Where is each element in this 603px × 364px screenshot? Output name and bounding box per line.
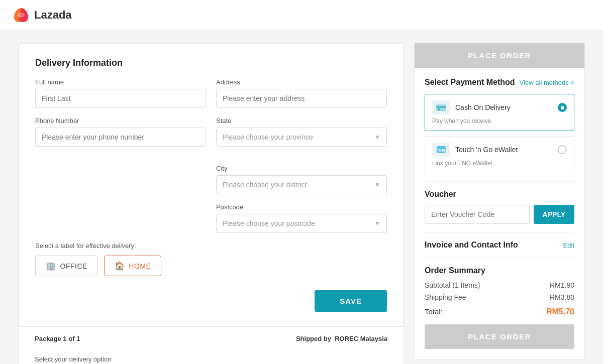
cod-sub: Pay when you receive [432,117,567,125]
delivery-form-title: Delivery Information [35,58,387,68]
state-select[interactable]: Please choose your province ▼ [216,128,387,147]
phone-label: Phone Number [35,117,206,125]
view-all-methods-link[interactable]: View all methods > [520,79,574,86]
home-icon: 🏠 [115,261,125,271]
tng-radio[interactable] [558,145,567,154]
tng-icon: TNG [432,143,450,157]
payment-option-tng[interactable]: TNG Touch 'n Go eWallet Link your TNG eW… [425,136,574,173]
svg-point-3 [438,108,440,110]
cod-svg-icon [436,103,447,112]
shipped-by: Shipped by ROREC Malaysia [296,335,387,342]
package-info: Package 1 of 1 [35,335,80,342]
cod-option-left: Cash On Delivery [432,100,511,114]
voucher-title: Voucher [425,190,574,199]
home-label-text: HOME [129,262,151,270]
state-placeholder: Please choose your province [223,133,313,141]
delivery-form: Delivery Information Full name Address [19,43,404,326]
phone-input[interactable] [35,128,206,147]
form-row-1: Full name Address [35,78,387,108]
tng-option-header: TNG Touch 'n Go eWallet [432,143,567,157]
postcode-form-group: Postcode Please choose your postcode ▼ [216,203,387,233]
shipping-value: RM3.80 [550,293,574,301]
bottom-bar: Package 1 of 1 Shipped by ROREC Malaysia [19,326,404,350]
delivery-section: Delivery Information Full name Address [18,43,404,364]
postcode-select[interactable]: Please choose your postcode ▼ [216,214,387,233]
postcode-chevron-icon: ▼ [374,220,380,227]
postcode-placeholder: Please choose your postcode [223,219,315,227]
apply-voucher-button[interactable]: APPLY [534,205,574,224]
tng-option-left: TNG Touch 'n Go eWallet [432,143,518,157]
cod-option-header: Cash On Delivery [432,100,567,114]
place-order-bottom-button[interactable]: PLACE ORDER [425,324,574,349]
full-name-input[interactable] [35,89,206,108]
order-summary-section: Order Summary Subtotal (1 Items) RM1.90 … [425,266,574,316]
payment-title: Select Payment Method [425,78,515,87]
save-button[interactable]: SAVE [315,290,387,312]
city-select[interactable]: Please choose your district ▼ [216,175,387,194]
phone-group: Phone Number [35,117,206,147]
svg-rect-2 [436,106,446,108]
payment-option-cod[interactable]: Cash On Delivery Pay when you receive [425,94,574,131]
city-label: City [216,165,387,172]
delivery-label-section: Select a label for effective delivery: 🏢… [35,242,387,276]
office-label-text: OFFICE [60,262,87,270]
address-label: Address [216,78,387,86]
city-placeholder: Please choose your district [223,181,307,189]
address-input[interactable] [216,89,387,108]
delivery-label-title: Select a label for effective delivery: [35,242,387,250]
shipping-label: Shipping Fee [425,293,466,301]
full-name-group: Full name [35,78,206,108]
full-name-label: Full name [35,78,206,86]
cod-name: Cash On Delivery [455,103,511,111]
order-summary-title: Order Summary [425,266,574,275]
tng-name: Touch 'n Go eWallet [455,146,518,154]
office-label-button[interactable]: 🏢 OFFICE [35,256,98,276]
form-row-2: Phone Number State Please choose your pr… [35,117,387,147]
svg-point-0 [18,13,25,18]
voucher-section: Voucher APPLY [425,190,574,224]
cod-icon [432,100,450,114]
cod-radio[interactable] [558,103,567,112]
postcode-label: Postcode [216,203,387,211]
address-group: Address [216,78,387,108]
subtotal-label: Subtotal (1 Items) [425,281,480,289]
logo: Lazada [12,6,72,24]
voucher-input[interactable] [425,205,530,224]
voucher-row: APPLY [425,205,574,224]
tng-svg-icon: TNG [436,145,447,154]
left-panel-outer: Delivery Information Full name Address [18,43,404,364]
state-group: State Please choose your province ▼ [216,117,387,147]
total-value: RM5.70 [546,307,574,316]
city-row: City Please choose your district ▼ [35,165,387,194]
home-label-button[interactable]: 🏠 HOME [104,256,162,276]
right-panel-inner: Select Payment Method View all methods > [415,68,584,359]
shipped-by-value: ROREC Malaysia [335,335,387,342]
svg-text:TNG: TNG [438,149,446,152]
total-row: Total: RM5.70 [425,307,574,316]
shipped-by-label: Shipped by [296,335,331,342]
city-form-group: City Please choose your district ▼ [216,165,387,194]
logo-text: Lazada [34,9,72,22]
divider-1 [425,181,574,182]
divider-2 [425,232,574,232]
header: Lazada [0,0,603,31]
postcode-row: Postcode Please choose your postcode ▼ [35,203,387,233]
edit-invoice-link[interactable]: Edit [563,241,574,249]
divider-3 [425,258,574,258]
city-chevron-icon: ▼ [374,181,380,188]
save-btn-row: SAVE [35,290,387,312]
invoice-title: Invoice and Contact Info [425,240,518,250]
label-buttons: 🏢 OFFICE 🏠 HOME [35,256,387,276]
place-order-top-button[interactable]: PLACE ORDER [415,43,584,68]
office-icon: 🏢 [46,261,56,271]
delivery-option-bar: Select your delivery option [19,350,404,364]
payment-header: Select Payment Method View all methods > [425,78,574,87]
subtotal-row: Subtotal (1 Items) RM1.90 [425,281,574,289]
lazada-logo-icon [12,6,30,24]
total-label: Total: [425,307,443,316]
right-panel: PLACE ORDER Select Payment Method View a… [414,43,585,359]
delivery-option-text: Select your delivery option [35,355,111,363]
main-container: Delivery Information Full name Address [10,43,593,364]
shipping-row: Shipping Fee RM3.80 [425,293,574,301]
tng-sub: Link your TNG eWallet [432,160,567,167]
